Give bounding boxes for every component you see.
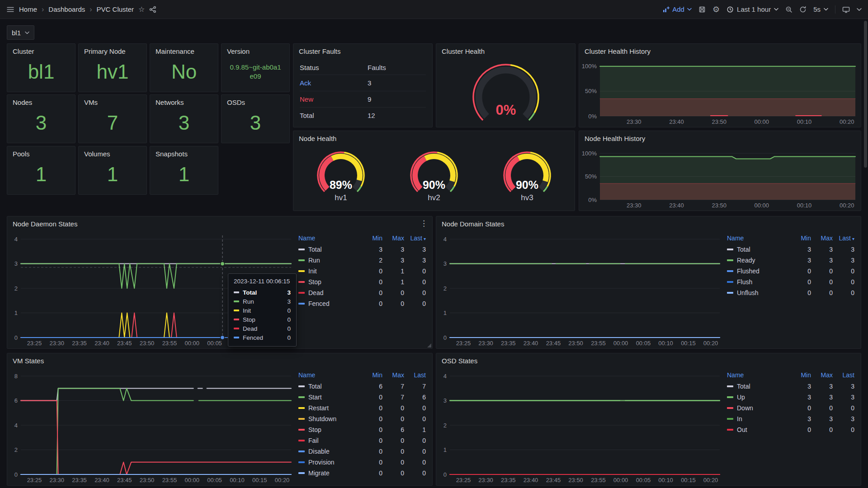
share-icon[interactable] (149, 6, 156, 13)
legend-row[interactable]: Restart000 (298, 403, 426, 413)
save-dashboard-icon[interactable] (698, 6, 706, 13)
faults-table-row[interactable]: Ack3 (300, 75, 426, 91)
panel-title[interactable]: Nodes (13, 99, 32, 106)
chart-node-health-history[interactable]: 0%50%100%23:3023:4023:5000:0000:1000:20 (579, 145, 861, 211)
faults-table-row[interactable]: Total12 (300, 107, 426, 123)
legend-row[interactable]: Fenced000 (298, 298, 426, 309)
panel-title[interactable]: Version (227, 47, 250, 55)
legend-row[interactable]: Ready333 (727, 255, 854, 266)
legend-column-max[interactable]: Max (811, 371, 833, 379)
series-min: 3 (789, 394, 811, 401)
legend-column-name[interactable]: Name (298, 371, 361, 379)
legend-column-min[interactable]: Min (361, 235, 382, 242)
chart-cluster-health-history[interactable]: 0%50%100%23:3023:4023:5000:0000:1000:20 (579, 58, 861, 127)
time-range-picker[interactable]: Last 1 hour (726, 5, 778, 13)
legend-row[interactable]: Fail000 (298, 435, 426, 446)
zoom-out-icon[interactable] (785, 6, 793, 13)
panel-title[interactable]: Cluster Faults (299, 47, 341, 55)
chart-node-domain-states[interactable]: 0123423:2523:3023:3523:4023:4523:5023:55… (436, 231, 725, 348)
panel-title[interactable]: Node Health History (585, 135, 645, 142)
legend-column-min[interactable]: Min (789, 235, 811, 242)
legend-row[interactable]: Out000 (727, 424, 854, 435)
legend-row[interactable]: Flush000 (727, 277, 854, 287)
legend-row[interactable]: Disable000 (298, 446, 426, 457)
legend-row[interactable]: Dead000 (298, 287, 426, 298)
panel-title[interactable]: Node Daemon States (13, 220, 77, 228)
legend-column-name[interactable]: Name (298, 235, 361, 242)
legend-row[interactable]: Flushed000 (727, 266, 854, 277)
refresh-interval-dropdown[interactable]: 5s (813, 5, 828, 13)
panel-title[interactable]: Primary Node (84, 47, 126, 55)
svg-text:0: 0 (443, 334, 447, 341)
legend-row[interactable]: Down000 (727, 403, 854, 413)
variable-dropdown[interactable]: bl1 (7, 25, 34, 40)
panel-title[interactable]: Node Health (299, 135, 336, 142)
panel-title[interactable]: Cluster (13, 47, 34, 55)
page-scrollbar[interactable] (864, 21, 867, 168)
legend-column-last[interactable]: Last (404, 371, 426, 379)
legend-column-max[interactable]: Max (382, 371, 404, 379)
panel-title[interactable]: VMs (84, 99, 98, 106)
legend-row[interactable]: Stop061 (298, 424, 426, 435)
legend-row[interactable]: Up333 (727, 392, 854, 403)
panel-title[interactable]: OSD States (442, 357, 477, 365)
series-max: 6 (382, 426, 404, 433)
panel-menu-icon[interactable]: ⋮ (420, 219, 428, 228)
legend-column-last[interactable]: Last (833, 371, 854, 379)
legend-row[interactable]: Total677 (298, 381, 426, 392)
svg-text:8: 8 (14, 373, 18, 380)
panel-title[interactable]: Cluster Health (442, 47, 485, 55)
breadcrumb-dashboards[interactable]: Dashboards (48, 5, 85, 13)
legend-row[interactable]: Total333 (727, 381, 854, 392)
panel-title[interactable]: Networks (156, 99, 184, 106)
legend-column-last[interactable]: Last▾ (404, 235, 426, 242)
breadcrumb-home[interactable]: Home (19, 5, 37, 13)
legend-row[interactable]: Start076 (298, 392, 426, 403)
chart-osd-states[interactable]: 0123423:2523:3023:3523:4023:4523:5023:55… (436, 368, 725, 485)
menu-icon[interactable] (6, 5, 14, 14)
series-color-swatch (727, 429, 733, 431)
legend-column-name[interactable]: Name (727, 371, 789, 379)
legend-row[interactable]: Total333 (727, 244, 854, 255)
legend-column-max[interactable]: Max (382, 235, 404, 242)
series-color-swatch (727, 385, 733, 387)
legend-column-min[interactable]: Min (361, 371, 382, 379)
legend-column-name[interactable]: Name (727, 235, 789, 242)
legend-row[interactable]: In333 (727, 413, 854, 424)
star-icon[interactable]: ☆ (138, 6, 145, 13)
legend-row[interactable]: Shutdown000 (298, 413, 426, 424)
add-button[interactable]: Add (662, 5, 692, 13)
legend-row[interactable]: Provision000 (298, 457, 426, 468)
legend-row[interactable]: Unflush000 (727, 287, 854, 298)
legend-column-last[interactable]: Last▾ (833, 235, 854, 242)
panel-title[interactable]: Node Domain States (442, 220, 504, 228)
panel-title[interactable]: Pools (13, 150, 30, 158)
legend-row[interactable]: Stop010 (298, 277, 426, 287)
panel-title[interactable]: Volumes (84, 150, 110, 158)
gauge-arc: 90% (398, 148, 470, 195)
panel-title[interactable]: Maintenance (156, 47, 194, 55)
faults-table-row[interactable]: New9 (300, 91, 426, 107)
legend-column-min[interactable]: Min (789, 371, 811, 379)
legend-row[interactable]: Total333 (298, 244, 426, 255)
panel-title[interactable]: VM States (13, 357, 44, 365)
panel-resize-handle[interactable] (427, 343, 431, 347)
top-navbar: Home › Dashboards › PVC Cluster ☆ Add ⚙ … (0, 0, 868, 19)
svg-text:23:50: 23:50 (568, 477, 583, 483)
legend-column-max[interactable]: Max (811, 235, 833, 242)
panel-title[interactable]: OSDs (227, 99, 245, 106)
refresh-icon[interactable] (799, 6, 807, 13)
svg-text:23:55: 23:55 (162, 477, 177, 483)
chart-vm-states[interactable]: 0246823:2523:3023:3523:4023:4523:5023:55… (7, 368, 297, 485)
column-header: Faults (368, 64, 426, 71)
tooltip-series-name: Init (243, 307, 283, 314)
panel-title[interactable]: Snapshots (156, 150, 188, 158)
legend-row[interactable]: Migrate000 (298, 468, 426, 479)
kiosk-chevron-icon[interactable] (857, 8, 862, 11)
monitor-icon[interactable] (842, 6, 850, 13)
legend-row[interactable]: Init010 (298, 266, 426, 277)
legend-row[interactable]: Run233 (298, 255, 426, 266)
svg-text:1: 1 (443, 310, 447, 316)
settings-gear-icon[interactable]: ⚙ (712, 5, 720, 14)
panel-title[interactable]: Cluster Health History (585, 47, 651, 55)
